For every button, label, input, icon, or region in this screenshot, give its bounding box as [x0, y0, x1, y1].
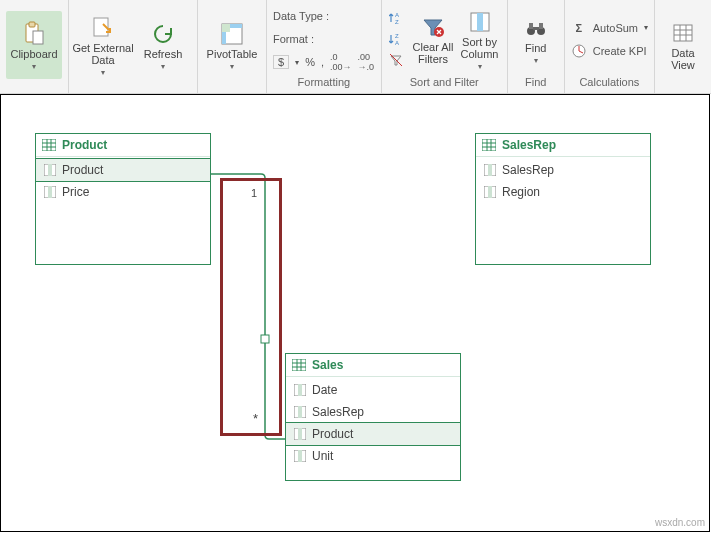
comma-button[interactable]: , [321, 56, 324, 68]
column-icon [294, 406, 306, 418]
find-label: Find [525, 42, 546, 54]
svg-rect-33 [48, 164, 52, 176]
diagram-canvas[interactable]: 1 * Product Product Price Sal [0, 94, 710, 532]
chevron-down-icon: ▾ [295, 58, 299, 67]
create-kpi-label: Create KPI [593, 45, 647, 57]
ribbon-group-find: Find ▾ Find [508, 0, 565, 93]
svg-rect-44 [488, 186, 492, 198]
decrease-decimal-button[interactable]: .00→.0 [357, 52, 374, 72]
field-name: Product [62, 163, 103, 177]
field-name: SalesRep [312, 405, 364, 419]
ribbon-group-label [661, 88, 705, 91]
clipboard-button-label: Clipboard [10, 48, 57, 60]
data-view-button[interactable]: Data View [661, 11, 705, 79]
field-name: Date [312, 383, 337, 397]
kpi-icon [571, 43, 587, 59]
increase-decimal-button[interactable]: .0.00→ [330, 52, 352, 72]
datatype-row[interactable]: Data Type : [273, 6, 374, 26]
sort-column-icon [466, 8, 494, 36]
ribbon-group-calc: Σ AutoSum ▾ Create KPI Calculations [565, 0, 655, 93]
ribbon-group-formatting-label: Formatting [273, 76, 375, 91]
get-external-data-button[interactable]: Get External Data ▾ [75, 11, 131, 79]
sigma-icon: Σ [571, 20, 587, 36]
svg-rect-5 [222, 24, 230, 32]
ribbon-group-label [6, 88, 62, 91]
svg-rect-17 [529, 23, 533, 29]
ribbon-group-find-label: Find [514, 76, 558, 91]
ribbon-group-clipboard: Clipboard ▾ [0, 0, 69, 93]
svg-rect-45 [292, 359, 306, 371]
svg-rect-53 [298, 406, 302, 418]
datatype-label: Data Type : [273, 10, 329, 22]
ribbon-group-formatting: Data Type : Format : $ ▾ % , .0.00→ .00→… [267, 0, 382, 93]
field-row[interactable]: Region [476, 181, 650, 203]
ribbon-group-pivot: PivotTable ▾ [198, 0, 267, 93]
column-icon [484, 186, 496, 198]
field-row[interactable]: Product [36, 159, 210, 181]
refresh-button[interactable]: Refresh ▾ [135, 11, 191, 79]
paste-icon [20, 20, 48, 48]
svg-rect-2 [33, 31, 43, 44]
ribbon-group-sortfilter: AZ ZA Clear All Filters [382, 0, 508, 93]
field-row[interactable]: SalesRep [286, 401, 460, 423]
column-icon [294, 384, 306, 396]
table-salesrep[interactable]: SalesRep SalesRep Region [475, 133, 651, 265]
svg-text:Z: Z [395, 19, 399, 25]
table-title[interactable]: Sales [286, 354, 460, 377]
clear-sort-button[interactable] [388, 50, 404, 70]
data-view-label: Data View [671, 47, 695, 71]
chevron-down-icon: ▾ [478, 62, 482, 71]
chevron-down-icon: ▾ [101, 68, 105, 77]
table-title-text: Product [62, 138, 107, 152]
field-name: Product [312, 427, 353, 441]
pivottable-label: PivotTable [207, 48, 258, 60]
chevron-down-icon: ▾ [161, 62, 165, 71]
ribbon-group-externaldata: Get External Data ▾ Refresh ▾ [69, 0, 198, 93]
get-external-data-label: Get External Data [72, 42, 133, 66]
autosum-button[interactable]: Σ AutoSum ▾ [571, 18, 648, 38]
chevron-down-icon: ▾ [534, 56, 538, 65]
field-row[interactable]: Unit [286, 445, 460, 467]
table-title[interactable]: SalesRep [476, 134, 650, 157]
data-view-icon [669, 19, 697, 47]
ribbon-group-label [75, 88, 191, 91]
ribbon-group-sortfilter-label: Sort and Filter [388, 76, 501, 91]
column-icon [44, 186, 56, 198]
pivottable-button[interactable]: PivotTable ▾ [204, 11, 260, 79]
clear-filters-button[interactable]: Clear All Filters [412, 5, 455, 73]
svg-rect-51 [298, 384, 302, 396]
currency-button[interactable]: $ [273, 55, 289, 69]
ribbon-group-view: Data View [655, 0, 711, 93]
sort-asc-button[interactable]: AZ [388, 8, 404, 28]
column-icon [294, 450, 306, 462]
field-name: Price [62, 185, 89, 199]
external-data-icon [89, 14, 117, 42]
table-title[interactable]: Product [36, 134, 210, 157]
svg-rect-1 [29, 22, 35, 27]
svg-rect-18 [539, 23, 543, 29]
field-name: Region [502, 185, 540, 199]
field-row[interactable]: SalesRep [476, 159, 650, 181]
svg-rect-42 [488, 164, 492, 176]
column-icon [294, 428, 306, 440]
sort-by-column-button[interactable]: Sort by Column ▾ [458, 5, 501, 73]
percent-button[interactable]: % [305, 56, 315, 68]
highlight-box [220, 178, 282, 436]
chevron-down-icon: ▾ [230, 62, 234, 71]
clipboard-button[interactable]: Clipboard ▾ [6, 11, 62, 79]
field-row[interactable]: Product [286, 423, 460, 445]
table-sales[interactable]: Sales Date SalesRep Product Unit [285, 353, 461, 481]
clear-filters-icon [419, 13, 447, 41]
create-kpi-button[interactable]: Create KPI [571, 41, 648, 61]
field-row[interactable]: Price [36, 181, 210, 203]
field-row[interactable]: Date [286, 379, 460, 401]
format-row[interactable]: Format : [273, 29, 374, 49]
sort-desc-button[interactable]: ZA [388, 29, 404, 49]
svg-text:Z: Z [395, 33, 399, 39]
table-icon [482, 139, 496, 151]
format-label: Format : [273, 33, 314, 45]
table-product[interactable]: Product Product Price [35, 133, 211, 265]
find-button[interactable]: Find ▾ [514, 5, 558, 73]
table-icon [42, 139, 56, 151]
svg-rect-21 [674, 25, 692, 41]
